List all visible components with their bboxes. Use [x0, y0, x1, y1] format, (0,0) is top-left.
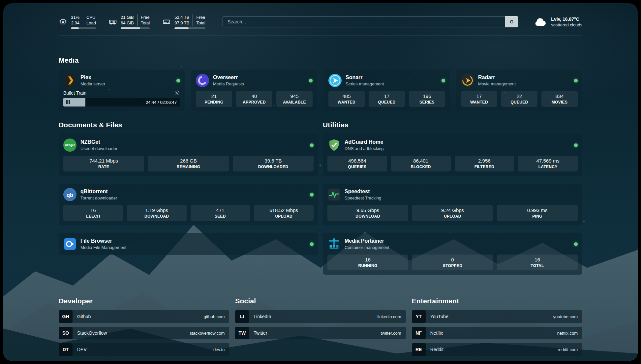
bookmark-url: dev.to — [213, 347, 225, 352]
pause-button[interactable] — [66, 100, 70, 104]
bookmark-url: stackoverflow.com — [190, 331, 225, 336]
bookmark-url: youtube.com — [553, 314, 578, 319]
bookmark-abbr: GH — [59, 310, 73, 323]
stat-ping: 0.993 msPING — [497, 205, 578, 221]
cpu-percent: 31% — [71, 15, 79, 20]
bookmark-linkedin[interactable]: LI LinkedIn linkedin.com — [235, 310, 406, 323]
sonarr-card[interactable]: Sonarr Series management 485WANTED 17QUE… — [324, 70, 450, 111]
header: 31% 2.94 CPU Load — [59, 3, 582, 29]
sonarr-icon — [328, 74, 342, 87]
bookmark-twitter[interactable]: TW Twitter twitter.com — [235, 327, 406, 339]
stat-rate: 744.21 MbpsRATE — [63, 156, 144, 171]
disk-free: 52.4 TB — [174, 15, 189, 20]
bookmark-dev[interactable]: DT DEV dev.to — [59, 343, 229, 356]
bookmark-reddit[interactable]: RE Reddit reddit.com — [412, 343, 582, 356]
status-dot — [574, 143, 578, 147]
snow-specks — [3, 3, 4, 4]
weather-location: Lviv, 16.87°C — [551, 16, 582, 22]
portainer-card[interactable]: Media Portainer Container management 16R… — [323, 233, 582, 275]
adguard-card[interactable]: AdGuard Home DNS and adblocking 498,564Q… — [323, 134, 582, 176]
stat-queries: 498,564QUERIES — [327, 156, 387, 171]
plex-icon — [63, 74, 76, 87]
bookmark-abbr: LI — [235, 310, 249, 323]
card-title: Media Portainer — [345, 238, 389, 244]
bookmark-group-entertainment: Entertainment YT YouTube youtube.com NF … — [412, 297, 582, 360]
qbittorrent-card[interactable]: qb qBittorrent Torrent downloader 16LEEC… — [59, 184, 318, 225]
speedtest-card[interactable]: Speedtest Speedtest Tracking 9.65 GbpsDO… — [323, 184, 582, 225]
card-subtitle: DNS and adblocking — [345, 146, 384, 151]
now-playing-title: Bullet Train — [63, 90, 86, 96]
bookmark-name: Netflix — [430, 330, 443, 336]
stat-approved: 40APPROVED — [236, 91, 272, 107]
status-dot — [176, 79, 180, 82]
radarr-icon — [461, 74, 474, 87]
documents-column: Documents & Files nzbget NZBGet Usenet d… — [59, 121, 318, 283]
weather-condition: scattered clouds — [551, 22, 582, 27]
bookmark-url: netflix.com — [557, 331, 578, 336]
card-subtitle: Media server — [80, 81, 105, 86]
status-dot — [310, 143, 314, 147]
playback-progress-bar[interactable]: 24:44 / 02:06:47 — [63, 98, 180, 106]
disk-progress-bar — [174, 27, 205, 29]
bookmark-stackoverflow[interactable]: SO StackOverflow stackoverflow.com — [59, 327, 229, 339]
filebrowser-icon — [63, 237, 76, 251]
ram-free-label: Free — [141, 15, 150, 20]
stat-queued: 22QUEUED — [501, 91, 537, 107]
overseerr-card[interactable]: Overseerr Media Requests 21PENDING 40APP… — [191, 70, 317, 111]
cpu-label: CPU — [86, 15, 96, 20]
radarr-card[interactable]: Radarr Movie management 17WANTED 22QUEUE… — [456, 70, 582, 111]
speedtest-icon — [327, 188, 341, 201]
nzbget-icon: nzbget — [63, 138, 76, 152]
plex-card[interactable]: Plex Media server Bullet Train — [59, 70, 185, 111]
search-input[interactable] — [223, 16, 505, 27]
utilities-column: Utilities AdGuard Home DNS and adblockin… — [323, 121, 582, 283]
cpu-load: 2.94 — [71, 20, 79, 26]
stat-leech: 16LEECH — [63, 205, 123, 221]
section-title-media: Media — [59, 56, 582, 64]
card-subtitle: Usenet downloader — [80, 146, 117, 151]
cpu-load-label: Load — [86, 20, 96, 26]
system-widgets: 31% 2.94 CPU Load — [59, 15, 205, 29]
cloud-icon — [534, 17, 547, 27]
stat-available: 945AVAILABLE — [276, 91, 313, 107]
stat-download: 9.65 GbpsDOWNLOAD — [327, 205, 408, 221]
stat-running: 16RUNNING — [327, 255, 408, 270]
bookmark-url: twitter.com — [381, 331, 401, 336]
card-title: Sonarr — [346, 75, 384, 80]
status-dot — [442, 79, 445, 82]
bookmark-netflix[interactable]: NF Netflix netflix.com — [412, 327, 582, 339]
nzbget-card[interactable]: nzbget NZBGet Usenet downloader 744.21 M… — [59, 134, 318, 176]
section-title-social: Social — [235, 297, 406, 305]
card-title: NZBGet — [80, 139, 117, 145]
stat-total: 16TOTAL — [497, 255, 578, 270]
bookmark-youtube[interactable]: YT YouTube youtube.com — [412, 310, 582, 323]
bookmark-abbr: SO — [59, 327, 73, 339]
section-title-documents: Documents & Files — [59, 121, 318, 129]
stat-blocked: 86,401BLOCKED — [391, 156, 451, 171]
cpu-progress-bar — [71, 27, 96, 29]
filebrowser-card[interactable]: File Browser Media File Management — [59, 233, 318, 255]
card-title: Overseerr — [213, 75, 244, 80]
search-engine-button[interactable]: G — [505, 16, 518, 27]
stat-series: 196SERIES — [409, 91, 445, 107]
bookmark-url: linkedin.com — [377, 314, 401, 319]
stat-upload: 618.52 MbpsUPLOAD — [254, 205, 314, 221]
portainer-icon — [327, 237, 341, 251]
settings-gear-icon[interactable] — [174, 90, 180, 96]
bookmark-name: Github — [77, 314, 91, 319]
card-title: File Browser — [80, 238, 126, 244]
card-title: AdGuard Home — [345, 139, 384, 145]
bookmark-github[interactable]: GH Github github.com — [59, 310, 229, 323]
stat-wanted: 17WANTED — [461, 91, 497, 107]
stat-stopped: 0STOPPED — [412, 255, 493, 270]
bookmark-url: github.com — [204, 314, 225, 319]
disk-total: 97.9 TB — [174, 20, 189, 26]
status-dot — [310, 242, 314, 246]
ram-total-label: Total — [141, 20, 150, 26]
card-subtitle: Movie management — [478, 81, 516, 86]
status-dot — [574, 79, 578, 82]
svg-text:nzbget: nzbget — [65, 143, 75, 147]
disk-free-label: Free — [196, 15, 205, 20]
bookmark-name: Reddit — [430, 347, 443, 352]
overseerr-icon — [196, 74, 209, 87]
